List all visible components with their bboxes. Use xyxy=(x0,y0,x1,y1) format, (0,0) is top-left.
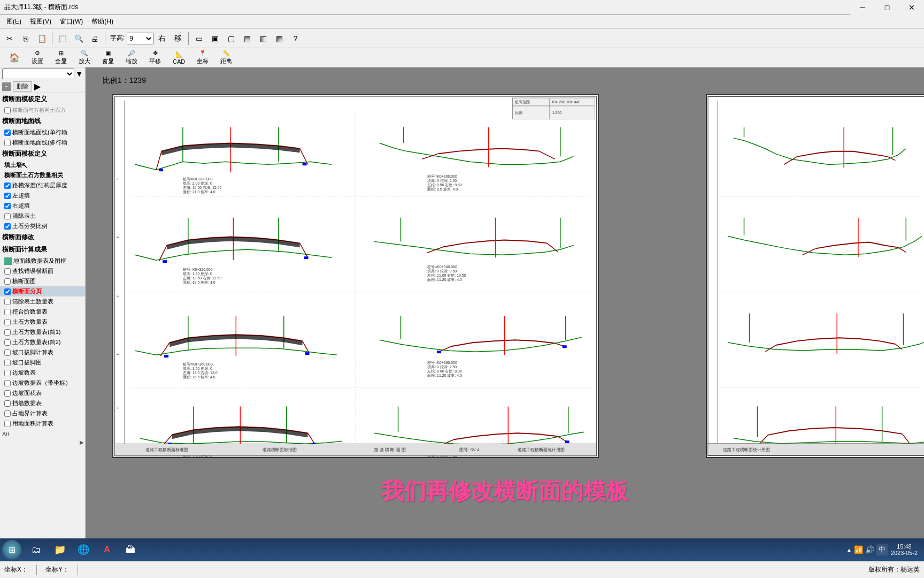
group-header-xiugai[interactable]: 横断面修改 xyxy=(0,231,85,244)
sidebar-dropdown-arrow[interactable]: ▼ xyxy=(75,70,83,78)
group-header-jisuan[interactable]: 横断面计算成果 xyxy=(0,244,85,256)
taskbar-browser-button[interactable]: 🌐 xyxy=(73,541,94,559)
sidebar-select[interactable] xyxy=(2,69,74,79)
tb2-pan-button[interactable]: ✥ 平移 xyxy=(144,50,166,66)
box5-icon[interactable]: ▥ xyxy=(256,31,271,46)
tb2-windisplay-button[interactable]: ▣ 窗显 xyxy=(97,50,119,66)
taskbar-autocad-button[interactable]: A xyxy=(96,541,118,559)
close-button[interactable]: ✕ xyxy=(899,0,924,15)
checkbox-left-overfill[interactable] xyxy=(4,193,11,199)
box3-icon[interactable]: ▢ xyxy=(224,31,238,46)
group-header-mubangdinyi[interactable]: 横断面模板定义 xyxy=(0,93,85,105)
checkbox-earthrock-ratio[interactable] xyxy=(4,223,11,230)
sidebar-item-left-overfill[interactable]: 左超填 xyxy=(0,191,85,201)
sidebar-item-slope-foot-plan[interactable]: 坡口拔脚图 xyxy=(0,358,85,368)
canvas-area[interactable]: 比例1：1239 + + + + + xyxy=(86,67,924,538)
taskbar-terrain-button[interactable]: 🏔 xyxy=(120,541,141,559)
checkbox-slope-coord[interactable] xyxy=(4,380,11,386)
sidebar-item-earthrock-table2[interactable]: 土石方数量表(简2) xyxy=(0,337,85,347)
menu-window[interactable]: 窗口(W) xyxy=(56,16,87,27)
sidebar-item-slope-foot-calc[interactable]: 坡口拔脚计算表 xyxy=(0,347,85,358)
sidebar-item-terrace-table[interactable]: 挖台阶数量表 xyxy=(0,307,85,317)
sidebar-item-ground-data[interactable]: 地面线数据表及图框 xyxy=(0,256,85,266)
sidebar-scroll-arrow[interactable]: ▶ xyxy=(0,439,85,445)
box6-icon[interactable]: ▦ xyxy=(272,31,287,46)
time-display[interactable]: 15:48 2023-05-2 xyxy=(891,543,918,556)
box4-icon[interactable]: ▤ xyxy=(240,31,255,46)
sidebar-item-groove-depth[interactable]: 路槽深度(结构层厚度 xyxy=(0,180,85,191)
checkbox-right-overfill[interactable] xyxy=(4,203,11,209)
checkbox-boundary-calc[interactable] xyxy=(4,410,11,417)
sidebar-item-cross-section-pages[interactable]: 横断面分页 xyxy=(0,286,85,296)
sidebar-item-find-error[interactable]: 查找错误横断面 xyxy=(0,266,85,276)
checkbox-cross-section-plan[interactable] xyxy=(4,278,11,285)
tb2-zoomin-button[interactable]: 🔍 放大 xyxy=(74,50,95,66)
sidebar-item-fill-wall[interactable]: 填土墙 ↖ xyxy=(0,160,85,170)
sidebar-item-earthrock-table1[interactable]: 土石方数量表(简1) xyxy=(0,327,85,337)
checkbox-clear-topsoil[interactable] xyxy=(4,213,11,219)
checkbox-single-line[interactable] xyxy=(4,130,11,136)
tb2-zoom-button[interactable]: 🔎 缩放 xyxy=(121,50,142,66)
checkbox-find-error[interactable] xyxy=(4,268,11,275)
checkbox-land-area[interactable] xyxy=(4,421,11,427)
sidebar-item-model-grid[interactable]: 横断面与方格网土石方 xyxy=(0,105,85,115)
copy-icon[interactable]: ⎘ xyxy=(18,31,33,46)
tb2-fullview-button[interactable]: ⊞ 全显 xyxy=(50,50,72,66)
sidebar-item-earthrock-table[interactable]: 土石方数量表 xyxy=(0,317,85,327)
sidebar-item-clear-topsoil-table[interactable]: 清除表土数量表 xyxy=(0,296,85,307)
search-icon[interactable]: 🔍 xyxy=(71,31,86,46)
sidebar-item-land-area[interactable]: 用地面积计算表 xyxy=(0,419,85,429)
group-header-muban2[interactable]: 横断面模板定义 xyxy=(0,148,85,160)
tb2-distance-button[interactable]: 📏 距离 xyxy=(215,50,237,66)
checkbox-clear-topsoil-table[interactable] xyxy=(4,299,11,305)
checkbox-cross-section-pages[interactable] xyxy=(4,288,11,295)
sidebar-item-multi-line[interactable]: 横断面地面线(多行输 xyxy=(0,138,85,148)
sidebar-item-earthrock-ratio[interactable]: 土石分类比例 xyxy=(0,221,85,231)
checkbox-model-grid[interactable] xyxy=(4,107,11,113)
checkbox-slope-area[interactable] xyxy=(4,390,11,397)
box1-icon[interactable]: ▭ xyxy=(191,31,206,46)
checkbox-earthrock-table1[interactable] xyxy=(4,329,11,336)
sidebar-item-clear-topsoil[interactable]: 清除表土 xyxy=(0,211,85,221)
checkbox-earthrock-table2[interactable] xyxy=(4,339,11,346)
sidebar-minus-icon[interactable]: − xyxy=(2,82,11,91)
sidebar-item-right-overfill[interactable]: 右超填 xyxy=(0,201,85,211)
frame-icon[interactable]: ⬚ xyxy=(55,31,70,46)
tb2-coord-button[interactable]: 📍 坐标 xyxy=(192,50,213,66)
sidebar-item-earthrock-related[interactable]: 横断面土石方数量相关 xyxy=(0,170,85,180)
tb2-settings-button[interactable]: ⚙ 设置 xyxy=(27,50,48,66)
checkbox-retaining-wall[interactable] xyxy=(4,400,11,407)
taskbar-folder-button[interactable]: 📁 xyxy=(49,541,71,559)
scissors-icon[interactable]: ✂ xyxy=(2,31,17,46)
sidebar-item-retaining-wall[interactable]: 挡墙数据表 xyxy=(0,398,85,408)
menu-view[interactable]: 视图(V) xyxy=(26,16,56,27)
help-icon[interactable]: ? xyxy=(288,31,303,46)
checkbox-terrace-table[interactable] xyxy=(4,309,11,315)
maximize-button[interactable]: □ xyxy=(875,0,899,15)
sidebar-item-cross-section-plan[interactable]: 横断面图 xyxy=(0,276,85,286)
right-button[interactable]: 右 xyxy=(155,31,170,46)
print-icon[interactable]: 🖨 xyxy=(87,31,102,46)
taskbar-filemanager-button[interactable]: 🗂 xyxy=(26,541,47,559)
sidebar-item-single-line[interactable]: 横断面地面线(单行输 xyxy=(0,127,85,138)
font-size-select[interactable]: 9 6 7 8 10 12 xyxy=(127,33,153,44)
group-header-dimianxian[interactable]: 横断面地面线 xyxy=(0,115,85,127)
menu-help[interactable]: 帮助(H) xyxy=(87,16,118,27)
checkbox-slope-foot-calc[interactable] xyxy=(4,349,11,356)
tray-arrow-icon[interactable]: ▲ xyxy=(846,547,852,553)
lang-indicator[interactable]: 中 xyxy=(876,544,888,556)
move-button[interactable]: 移 xyxy=(171,31,186,46)
sidebar-item-slope-coord[interactable]: 边坡数据表（带坐标） xyxy=(0,378,85,388)
tb2-cad-button[interactable]: 📐 CAD xyxy=(168,50,190,66)
sidebar-item-slope-area[interactable]: 边坡面积表 xyxy=(0,388,85,398)
minimize-button[interactable]: ─ xyxy=(850,0,875,15)
checkbox-slope-foot-plan[interactable] xyxy=(4,360,11,366)
sidebar-item-boundary-calc[interactable]: 占地界计算表 xyxy=(0,408,85,419)
menu-file[interactable]: 图(E) xyxy=(2,16,26,27)
start-button[interactable]: ⊞ xyxy=(2,540,21,559)
sidebar-item-slope-data[interactable]: 边坡数表 xyxy=(0,368,85,378)
sidebar-delete-button[interactable]: 删除 xyxy=(13,81,32,92)
paste-icon[interactable]: 📋 xyxy=(34,31,49,46)
tb2-home-button[interactable]: 🏠 xyxy=(4,50,25,66)
sidebar-scroll-right-icon[interactable]: ▶ xyxy=(34,81,41,92)
